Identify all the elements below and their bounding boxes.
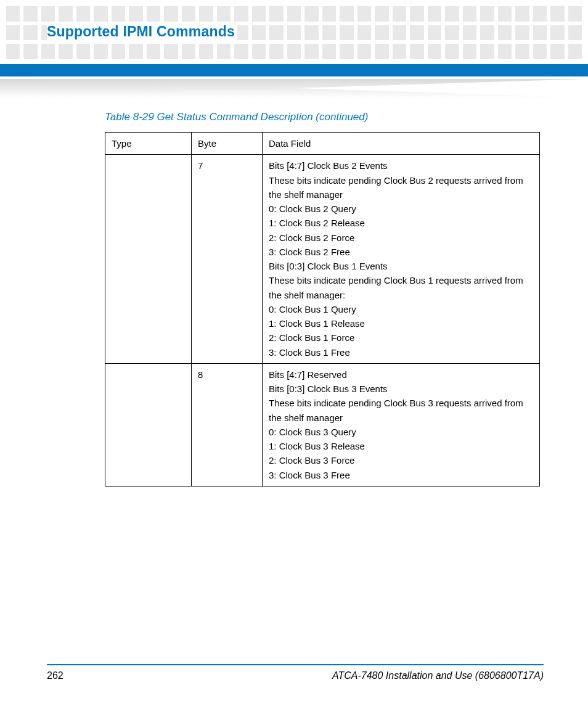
data-line: 3: Clock Bus 2 Free (269, 245, 533, 259)
data-line: 2: Clock Bus 1 Force (269, 330, 533, 345)
data-line: 1: Clock Bus 1 Release (269, 316, 533, 330)
data-line: These bits indicate pending Clock Bus 1 … (269, 273, 533, 302)
data-line: 0: Clock Bus 3 Query (269, 425, 533, 439)
data-line: Bits [0:3] Clock Bus 3 Events (269, 382, 533, 396)
table-header-row: Type Byte Data Field (105, 133, 540, 155)
data-line: These bits indicate pending Clock Bus 3 … (269, 396, 533, 425)
page-number: 262 (47, 670, 63, 681)
section-title: Supported IPMI Commands (47, 23, 237, 40)
data-line: Bits [4:7] Clock Bus 2 Events (269, 158, 533, 173)
data-line: 1: Clock Bus 2 Release (269, 216, 533, 230)
command-table: Type Byte Data Field 7Bits [4:7] Clock B… (105, 132, 540, 486)
data-line: 3: Clock Bus 1 Free (269, 345, 533, 359)
table-header-data: Data Field (263, 133, 540, 155)
table-body: 7Bits [4:7] Clock Bus 2 EventsThese bits… (105, 155, 540, 486)
cell-data: Bits [4:7] Clock Bus 2 EventsThese bits … (263, 155, 540, 364)
cell-byte: 8 (192, 363, 263, 486)
header-blue-bar (0, 64, 588, 76)
data-line: 0: Clock Bus 1 Query (269, 302, 533, 316)
table-header-byte: Byte (192, 133, 263, 155)
data-line: These bits indicate pending Clock Bus 2 … (269, 173, 533, 202)
table-caption: Table 8-29 Get Status Command Descriptio… (105, 111, 546, 123)
data-line: 3: Clock Bus 3 Free (269, 468, 533, 482)
cell-data: Bits [4:7] ReservedBits [0:3] Clock Bus … (263, 363, 540, 486)
data-line: Bits [4:7] Reserved (269, 367, 533, 382)
cell-type (105, 155, 192, 364)
data-line: 0: Clock Bus 2 Query (269, 202, 533, 216)
data-line: 2: Clock Bus 3 Force (269, 453, 533, 467)
cell-byte: 7 (192, 155, 263, 364)
page-footer: 262 ATCA-7480 Installation and Use (6806… (47, 664, 544, 681)
cell-type (105, 363, 192, 486)
data-line: 2: Clock Bus 2 Force (269, 231, 533, 245)
table-row: 7Bits [4:7] Clock Bus 2 EventsThese bits… (105, 155, 540, 364)
table-header-type: Type (105, 133, 192, 155)
data-line: Bits [0:3] Clock Bus 1 Events (269, 259, 533, 273)
table-row: 8Bits [4:7] ReservedBits [0:3] Clock Bus… (105, 363, 540, 486)
doc-title: ATCA-7480 Installation and Use (6806800T… (332, 670, 544, 681)
data-line: 1: Clock Bus 3 Release (269, 439, 533, 453)
